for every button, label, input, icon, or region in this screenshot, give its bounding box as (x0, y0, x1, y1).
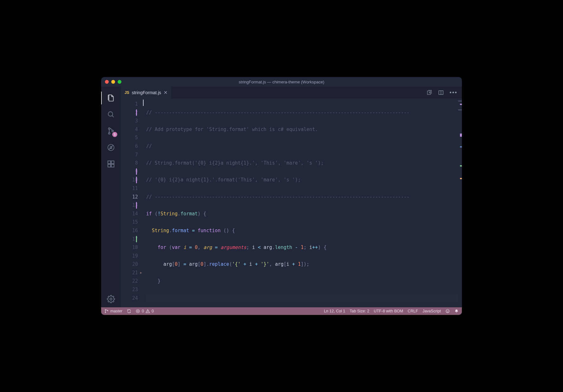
more-actions-icon[interactable]: ••• (450, 89, 457, 96)
sb-notifications[interactable] (454, 309, 459, 313)
fold-arrow-icon[interactable]: ▶ (140, 269, 142, 277)
svg-point-15 (105, 310, 106, 310)
sb-sync[interactable] (127, 309, 131, 313)
line-number: 19 (121, 252, 138, 260)
comment-rule: ----------------------------------------… (155, 194, 410, 200)
editor-area: JS stringFormat.js ✕ ••• 123456789101112… (121, 87, 462, 307)
svg-point-2 (108, 128, 110, 129)
scm-badge: 5 (112, 132, 117, 137)
tab-bar: JS stringFormat.js ✕ ••• (121, 87, 462, 99)
comment: // '{0} i{2}a night{1}.'.format('This', … (146, 177, 301, 183)
svg-point-25 (448, 311, 448, 311)
svg-point-16 (105, 312, 106, 313)
svg-line-1 (112, 115, 113, 117)
line-number: 1 (121, 100, 138, 108)
line-number: 22 (121, 277, 138, 285)
window: stringFormat.js — chimera-theme (Workspa… (101, 77, 462, 315)
minimize-window-button[interactable] (111, 80, 115, 84)
status-bar: master 0 0 Ln 12, Col 1 Tab Size: 2 UTF-… (101, 307, 462, 315)
svg-point-0 (108, 112, 113, 116)
tab-filename: stringFormat.js (132, 90, 161, 95)
svg-point-22 (148, 312, 148, 312)
warning-icon (146, 309, 150, 313)
error-count: 0 (142, 309, 144, 313)
cursor (143, 100, 144, 106)
line-number: 16 (121, 226, 138, 235)
svg-rect-10 (111, 161, 114, 164)
files-icon (107, 94, 115, 102)
comment: // (146, 194, 155, 200)
svg-point-4 (112, 130, 113, 132)
line-number: 18 (121, 243, 138, 252)
error-icon (136, 309, 140, 313)
sb-problems[interactable]: 0 0 (136, 309, 154, 313)
line-number: 4 (121, 125, 138, 134)
line-number: 21▶ (121, 269, 138, 277)
sb-encoding[interactable]: UTF-8 with BOM (374, 309, 403, 313)
titlebar: stringFormat.js — chimera-theme (Workspa… (101, 77, 462, 87)
comment: // (146, 110, 155, 115)
warning-count: 0 (152, 309, 154, 313)
activity-bar: 5 (101, 87, 121, 307)
debug-activity[interactable] (101, 139, 121, 156)
svg-line-6 (108, 145, 113, 150)
svg-point-23 (446, 310, 450, 313)
branch-name: master (110, 309, 122, 313)
svg-point-11 (110, 298, 112, 300)
svg-rect-8 (108, 164, 111, 167)
gear-icon (107, 295, 115, 303)
sb-language[interactable]: JavaScript (423, 309, 441, 313)
line-number: 10 (121, 176, 138, 184)
line-number-gutter: 123456789101112131415161718192021▶222324 (121, 99, 143, 307)
close-tab-icon[interactable]: ✕ (164, 90, 168, 95)
line-number: 20 (121, 260, 138, 269)
editor-actions: ••• (422, 87, 462, 99)
workbench-body: 5 JS stringFormat.js ✕ (101, 87, 462, 307)
line-number: 5 (121, 134, 138, 142)
svg-point-24 (447, 311, 447, 311)
tab-stringformat[interactable]: JS stringFormat.js ✕ (121, 87, 172, 99)
open-changes-icon[interactable] (427, 90, 432, 95)
split-editor-icon[interactable] (438, 90, 444, 95)
sb-cursor-position[interactable]: Ln 12, Col 1 (324, 309, 345, 313)
line-number: 3 (121, 117, 138, 125)
settings-activity[interactable] (101, 291, 121, 307)
explorer-activity[interactable] (101, 90, 121, 106)
overview-ruler[interactable] (458, 99, 462, 307)
comment-rule: ----------------------------------------… (155, 110, 410, 115)
sync-icon (127, 309, 131, 313)
editor[interactable]: 123456789101112131415161718192021▶222324… (121, 99, 462, 307)
code-content[interactable]: // -------------------------------------… (143, 99, 458, 307)
line-number: 2 (121, 108, 138, 117)
line-number: 11 (121, 184, 138, 193)
traffic-lights (105, 80, 121, 84)
svg-rect-9 (111, 164, 114, 167)
sb-git-branch[interactable]: master (104, 309, 122, 313)
source-control-activity[interactable]: 5 (101, 123, 121, 139)
js-file-icon: JS (125, 90, 129, 95)
search-icon (107, 110, 115, 119)
line-number: 17 (121, 235, 138, 244)
extensions-icon (107, 160, 115, 168)
extensions-activity[interactable] (101, 156, 121, 172)
line-number: 14 (121, 210, 138, 218)
bell-icon (454, 309, 459, 313)
comment: // Add prototype for 'String.format' whi… (146, 127, 318, 132)
zoom-window-button[interactable] (118, 80, 121, 84)
line-number: 8 (121, 159, 138, 167)
smiley-icon (445, 309, 450, 313)
sb-eol[interactable]: CRLF (408, 309, 418, 313)
line-number: 9 (121, 167, 138, 176)
svg-rect-7 (108, 161, 111, 164)
window-title: stringFormat.js — chimera-theme (Workspa… (101, 80, 462, 84)
sb-feedback[interactable] (445, 309, 450, 313)
close-window-button[interactable] (105, 80, 109, 84)
comment: // (146, 143, 152, 149)
search-activity[interactable] (101, 106, 121, 123)
line-number: 23 (121, 285, 138, 294)
line-number: 13 (121, 201, 138, 210)
comment: // String.format('{0} i{2}a night{1}.', … (146, 160, 324, 166)
sb-indentation[interactable]: Tab Size: 2 (350, 309, 369, 313)
line-number: 7 (121, 151, 138, 159)
svg-point-3 (108, 133, 110, 134)
